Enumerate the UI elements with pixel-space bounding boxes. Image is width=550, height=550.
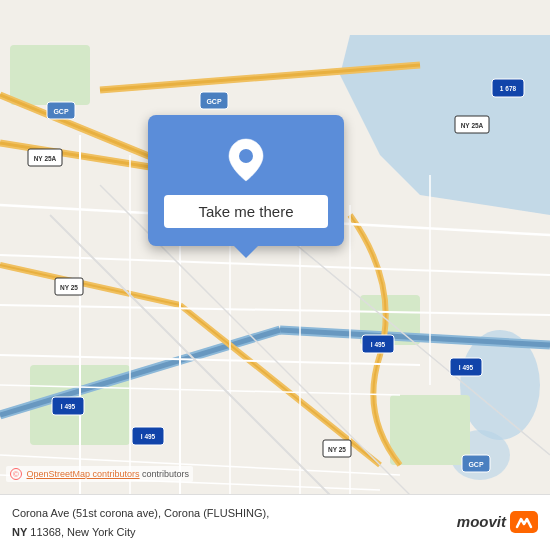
svg-text:NY 25A: NY 25A [461,122,484,129]
svg-text:GCP: GCP [53,108,69,115]
address-line1: Corona Ave (51st corona ave), Corona (FL… [12,507,269,519]
info-bar: Corona Ave (51st corona ave), Corona (FL… [0,494,550,550]
moovit-logo: moovit [457,511,538,533]
svg-text:I 495: I 495 [141,433,156,440]
svg-text:NY 25A: NY 25A [34,155,57,162]
svg-text:GCP: GCP [468,461,484,468]
map-container: GCP GCP GCP NY 25A NY 25A NY 25A NY 25 N… [0,0,550,550]
svg-rect-6 [390,395,470,465]
svg-text:NY 25: NY 25 [328,446,346,453]
map-attribution: © OpenStreetMap contributors contributor… [6,466,193,482]
openstreetmap-link[interactable]: OpenStreetMap contributors [27,469,140,479]
attribution-suffix: contributors [142,469,189,479]
location-pin-icon [227,137,265,183]
moovit-logo-icon [510,511,538,533]
svg-text:I 495: I 495 [459,364,474,371]
location-popup: Take me there [148,115,344,246]
svg-text:1 678: 1 678 [500,85,517,92]
address-container: Corona Ave (51st corona ave), Corona (FL… [12,503,449,540]
svg-text:I 495: I 495 [61,403,76,410]
svg-text:I 495: I 495 [371,341,386,348]
copyright-icon: © [10,468,22,480]
svg-point-67 [239,149,253,163]
svg-text:NY 25: NY 25 [60,284,78,291]
address-state-bold: NY [12,526,27,538]
svg-rect-4 [10,45,90,105]
address-suffix: 11368, New York City [27,526,135,538]
take-me-there-button[interactable]: Take me there [164,195,328,228]
moovit-logo-text: moovit [457,513,506,530]
address-text: Corona Ave (51st corona ave), Corona (FL… [12,507,269,537]
svg-text:GCP: GCP [206,98,222,105]
